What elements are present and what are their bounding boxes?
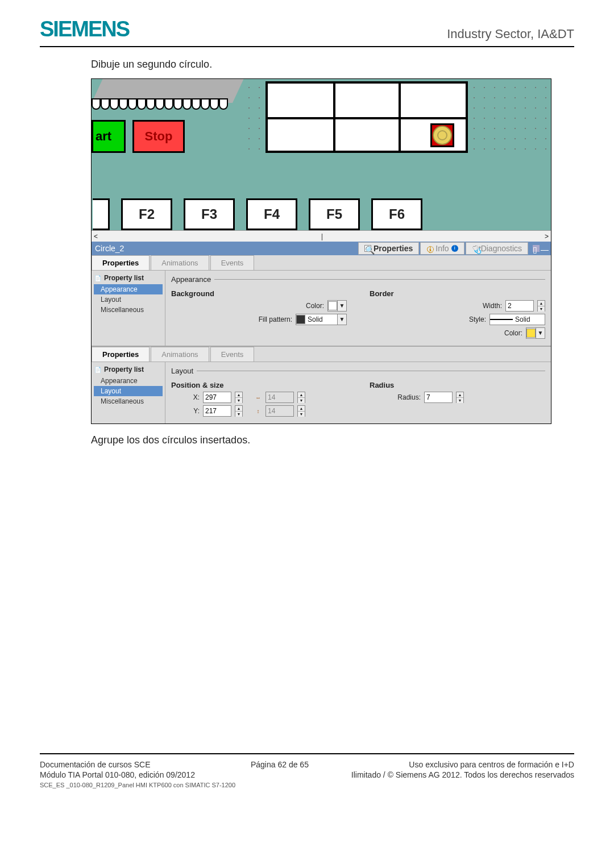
fkey-f3[interactable]: F3 [184,198,235,230]
color-swatch-icon [526,329,536,338]
y-spinner[interactable]: ▲▼ [235,405,243,417]
prop-misc[interactable]: Miscellaneous [94,305,163,315]
fkey-f5[interactable]: F5 [309,198,360,230]
border-style-dropdown[interactable]: Solid [489,314,545,325]
page-header: SIEMENS Industry Sector, IA&DT [40,17,574,47]
x-label: X: [188,393,200,401]
tab-properties-2[interactable]: Properties [92,347,150,362]
property-list-header-2[interactable]: 📄 Property list [94,366,163,373]
prop-layout-2[interactable]: Layout [94,386,163,396]
instruction-2: Agrupe los dos círculos insertados. [91,434,574,446]
instruction-1: Dibuje un segundo círculo. [91,59,574,70]
fkey-f2[interactable]: F2 [121,198,172,230]
border-width-label: Width: [462,302,502,310]
h-input [265,405,294,417]
object-title-bar: Circle_2 🔍 Properties 🛈 Info i 🩺 Diagnos… [92,242,551,255]
fkey-f6[interactable]: F6 [371,198,422,230]
info-icon: 🛈 [426,245,433,252]
info-badge-icon: i [451,245,458,252]
siemens-logo: SIEMENS [40,17,129,41]
width-icon: ↔ [254,393,262,401]
tab-animations[interactable]: Animations [151,255,209,270]
start-button[interactable]: art [92,120,126,153]
prop-appearance-2[interactable]: Appearance [94,376,163,386]
position-heading: Position & size [171,381,347,389]
scroll-left-icon[interactable]: < [94,232,98,240]
tab-diagnostics[interactable]: 🩺 Diagnostics [466,242,528,255]
y-input[interactable] [203,405,231,417]
list-icon: 📄 [94,366,102,373]
section-appearance: Appearance [171,275,545,284]
border-width-input[interactable] [505,300,534,312]
collapse-icon[interactable]: ▯ [533,245,540,252]
footer-right-2: Ilimitado / © Siemens AG 2012. Todos los… [351,770,574,779]
tab-properties[interactable]: Properties [92,255,150,270]
prop-appearance[interactable]: Appearance [94,284,163,294]
tab-events-2[interactable]: Events [210,347,255,362]
stop-button[interactable]: Stop [132,120,185,153]
minimize-icon[interactable]: — [541,245,547,252]
horizontal-scrollbar[interactable]: < |||| > [92,230,551,242]
tab-info[interactable]: 🛈 Info i [420,242,464,255]
grid-indicator [265,81,468,153]
h-spinner: ▲▼ [297,405,305,417]
scroll-grip-icon[interactable]: |||| [316,232,327,240]
section-layout: Layout [171,367,545,375]
width-spinner[interactable]: ▲▼ [537,300,545,312]
chevron-down-icon: ▼ [536,328,545,338]
radius-input[interactable] [424,392,453,403]
height-icon: ↕ [254,407,262,415]
chevron-down-icon: ▼ [337,301,346,311]
radius-heading: Radius [370,381,545,389]
circle-object[interactable] [430,123,454,147]
conveyor-graphic [92,79,239,115]
bg-color-label: Color: [284,302,324,310]
hmi-canvas[interactable]: art Stop F2 F3 F [92,79,551,230]
fkey-f4[interactable]: F4 [246,198,297,230]
spinner-down-icon: ▼ [538,306,545,312]
spinner-up-icon: ▲ [538,301,545,306]
border-color-label: Color: [483,329,522,337]
property-list-2: 📄 Property list Appearance Layout Miscel… [92,362,165,423]
fill-pattern-dropdown[interactable]: Solid ▼ [296,314,347,325]
fkey-f1-partial[interactable] [93,198,110,230]
pattern-swatch-icon [296,315,305,324]
line-style-icon [490,319,513,320]
footer-docid: SCE_ES _010-080_R1209_Panel HMI KTP600 c… [40,782,574,788]
background-heading: Background [171,289,347,298]
diagnostics-icon: 🩺 [472,245,479,252]
x-spinner[interactable]: ▲▼ [235,392,243,403]
border-style-label: Style: [446,315,486,323]
scroll-right-icon[interactable]: > [545,232,549,240]
y-label: Y: [188,407,200,415]
w-input [265,392,294,403]
prop-layout[interactable]: Layout [94,294,163,305]
tab-properties-main[interactable]: 🔍 Properties [358,242,419,255]
inspector2-tabs: Properties Animations Events [92,347,551,362]
x-input[interactable] [203,392,231,403]
tab-events[interactable]: Events [210,255,255,270]
radius-spinner[interactable]: ▲▼ [456,392,464,403]
border-color-dropdown[interactable]: ▼ [526,327,545,339]
bg-color-dropdown[interactable]: ▼ [327,300,347,312]
footer-left-1: Documentación de cursos SCE [40,760,151,769]
border-heading: Border [370,289,545,298]
inspector1-tabs: Properties Animations Events [92,255,551,271]
page-footer: Documentación de cursos SCE Página 62 de… [40,753,574,788]
footer-page: Página 62 de 65 [251,760,309,769]
properties-icon: 🔍 [364,245,371,252]
property-list-1: 📄 Property list Appearance Layout Miscel… [92,271,165,346]
property-list-header[interactable]: 📄 Property list [94,274,163,282]
circle-icon [433,126,452,145]
list-icon: 📄 [94,274,102,282]
footer-right-1: Uso exclusivo para centros de formación … [409,760,574,769]
tab-animations-2[interactable]: Animations [151,347,209,362]
object-name: Circle_2 [95,244,124,253]
w-spinner: ▲▼ [297,392,305,403]
prop-misc-2[interactable]: Miscellaneous [94,396,163,406]
color-swatch-icon [328,301,337,310]
fkey-row: F2 F3 F4 F5 F6 [92,193,551,230]
chevron-down-icon: ▼ [337,314,346,325]
radius-label: Radius: [381,393,421,401]
header-division: Industry Sector, IA&DT [447,27,574,41]
